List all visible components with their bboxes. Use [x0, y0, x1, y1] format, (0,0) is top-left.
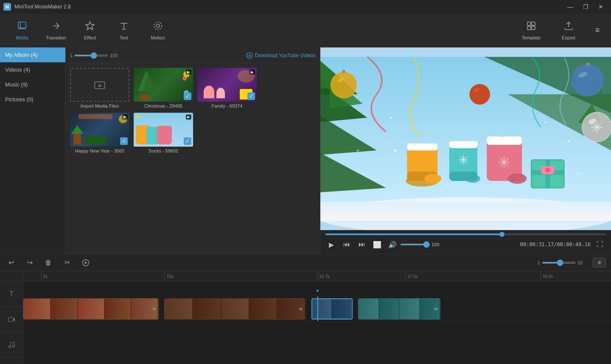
window-controls: — ❐ ✕ — [563, 1, 608, 13]
redo-button[interactable]: ↪ — [24, 257, 36, 269]
minimize-button[interactable]: — — [563, 1, 577, 13]
motion-icon — [153, 21, 163, 33]
playhead — [317, 296, 318, 321]
crop-button[interactable]: ⬜ — [371, 239, 383, 250]
progress-bar[interactable] — [325, 233, 606, 235]
christmas-thumb: ▶ ✓ — [134, 68, 193, 102]
svg-point-51 — [465, 174, 480, 183]
toolbar-item-template[interactable]: Template — [514, 16, 548, 45]
svg-point-37 — [469, 84, 490, 105]
christmas-label: Christmas - 29465 — [134, 103, 193, 108]
clip-1[interactable] — [23, 298, 159, 320]
track-label-text: T — [0, 281, 23, 307]
app-logo: M — [3, 3, 11, 11]
volume-button[interactable]: 🔊 — [387, 239, 398, 250]
titlebar: M MiniTool MovieMaker 2.8 — ❐ ✕ — [0, 0, 611, 14]
clip-2-inner — [165, 299, 305, 319]
sidebar-item-videos[interactable]: Videos (4) — [0, 62, 65, 77]
svg-point-71 — [390, 117, 392, 119]
clip-2[interactable] — [164, 298, 305, 320]
video-track — [23, 296, 611, 322]
download-youtube-button[interactable]: Download YouTube Videos — [246, 52, 316, 59]
delete-button[interactable]: 🗑 — [42, 257, 54, 269]
detach-audio-button[interactable] — [80, 257, 92, 269]
step-forward-button[interactable]: ⏭ — [356, 239, 368, 250]
cut-button[interactable]: ✂ — [61, 257, 73, 269]
clip-4-inner — [359, 299, 440, 319]
svg-rect-45 — [449, 141, 477, 148]
svg-rect-6 — [527, 26, 531, 30]
svg-rect-29 — [586, 62, 589, 66]
app-title: MiniTool MovieMaker 2.8 — [14, 4, 71, 10]
effect-icon — [85, 21, 95, 33]
svg-point-78 — [12, 345, 14, 347]
add-track-button[interactable]: ⊕ — [593, 258, 606, 267]
svg-point-77 — [8, 346, 11, 348]
toolbar-item-effect[interactable]: Effect — [73, 16, 107, 45]
ruler-mark-31s: 31.7s — [317, 271, 330, 281]
svg-rect-40 — [407, 144, 437, 151]
clip-1-inner — [24, 299, 158, 319]
media-item-socks[interactable]: ▶ ✓ Socks - 59602 — [134, 113, 193, 153]
svg-point-67 — [545, 168, 550, 172]
ruler-mark-3s: 3s — [41, 271, 48, 281]
svg-rect-12 — [320, 202, 611, 221]
toolbar-item-transition[interactable]: Transition — [39, 16, 73, 45]
toolbar-items: Media Transition Effect Text Motion — [5, 16, 175, 45]
maximize-button[interactable]: ❐ — [579, 1, 592, 13]
toolbar-item-text[interactable]: Text — [107, 16, 141, 45]
clip-4[interactable] — [358, 298, 440, 320]
import-media-item[interactable]: Import Media Files — [70, 68, 129, 108]
media-grid: Import Media Files ▶ ✓ Christmas — [66, 64, 320, 254]
volume-slider[interactable] — [400, 244, 430, 245]
track-label-audio — [0, 332, 23, 358]
media-item-family[interactable]: ▶ ✓ Family - 60374 — [197, 68, 257, 108]
step-back-button[interactable]: ⏮ — [341, 239, 353, 250]
media-item-happy-new-year[interactable]: ▶ ✓ Happy New Year - 3565 — [70, 113, 129, 153]
template-label: Template — [522, 35, 541, 40]
fullscreen-button[interactable]: ⛶ — [594, 239, 606, 250]
track-label-video — [0, 307, 23, 332]
download-label: Download YouTube Videos — [255, 53, 316, 58]
motion-label: Motion — [151, 35, 165, 40]
video-preview — [320, 47, 611, 230]
text-label: Text — [120, 35, 128, 40]
timeline-zoom-slider[interactable] — [542, 262, 576, 264]
sidebar-item-pictures[interactable]: Pictures (0) — [0, 92, 65, 107]
sidebar-item-my-album[interactable]: My Album (4) — [0, 47, 65, 62]
undo-button[interactable]: ↩ — [5, 257, 17, 269]
export-label: Export — [562, 35, 575, 40]
text-icon — [119, 21, 129, 33]
hamburger-button[interactable]: ≡ — [589, 16, 606, 45]
svg-point-73 — [577, 173, 579, 175]
christmas-type-badge: ▶ — [186, 69, 191, 75]
sidebar-item-music[interactable]: Music (9) — [0, 77, 65, 92]
christmas-check: ✓ — [184, 92, 191, 100]
import-thumb[interactable] — [70, 68, 129, 102]
toolbar-item-motion[interactable]: Motion — [141, 16, 175, 45]
toolbar-item-media[interactable]: Media — [5, 16, 39, 45]
toolbar-item-export[interactable]: Export — [552, 16, 586, 45]
play-button[interactable]: ▶ — [325, 239, 337, 250]
ruler-mark-37s: 37.6s — [405, 271, 418, 281]
svg-point-72 — [357, 150, 359, 151]
close-button[interactable]: ✕ — [594, 1, 608, 13]
svg-rect-26 — [342, 70, 345, 73]
family-check: ✓ — [247, 92, 255, 100]
socks-type-badge: ▶ — [186, 114, 191, 119]
svg-point-43 — [424, 174, 441, 183]
svg-point-3 — [154, 22, 162, 30]
current-time: 00:00:31.17 — [520, 242, 554, 247]
family-thumb: ▶ ✓ — [197, 68, 257, 102]
timeline-zoom: 1 10 — [538, 260, 583, 265]
transition-label: Transition — [46, 35, 66, 40]
progress-handle — [499, 232, 504, 237]
timeline-zoom-max: 10 — [577, 260, 583, 265]
zoom-slider[interactable] — [74, 55, 108, 56]
svg-point-59 — [508, 173, 527, 183]
media-icon — [17, 21, 27, 33]
preview-panel: ▶ ⏮ ⏭ ⬜ 🔊 100 00:00:31.17/00:00:49.16 ⛶ — [320, 47, 611, 254]
media-item-christmas[interactable]: ▶ ✓ Christmas - 29465 — [134, 68, 193, 108]
time-display: 00:00:31.17/00:00:49.16 — [520, 242, 591, 247]
titlebar-left: M MiniTool MovieMaker 2.8 — [3, 3, 71, 11]
